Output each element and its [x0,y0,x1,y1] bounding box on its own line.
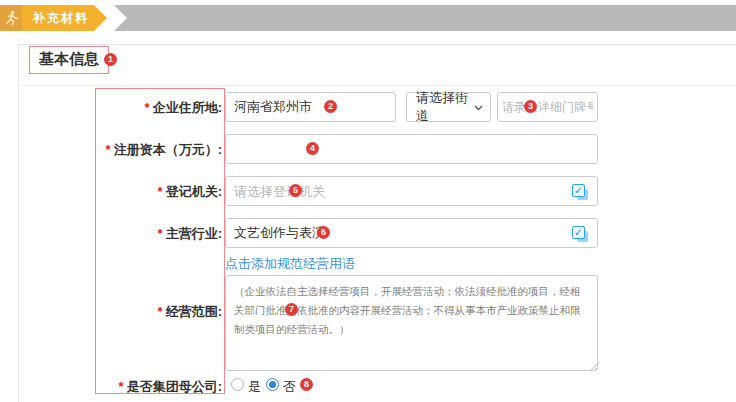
section-title-annotation-box: 基本信息 [29,46,109,74]
runner-icon [0,5,22,31]
panel-border-top [18,44,736,45]
scope-textarea[interactable]: （企业依法自主选择经营项目，开展经营活动；依法须经批准的项目，经相关部门批准后依… [225,275,598,371]
label-group-parent: *是否集团母公司: [40,378,222,396]
address-detail-input[interactable] [497,92,598,122]
required-asterisk: * [106,142,111,157]
annotation-badge-4: 4 [306,142,319,155]
page: 补充材料 基本信息 1 *企业住所地: 2 请选择街道 3 *注册资本（万元）:… [0,0,736,402]
authority-picker-checkbox-icon[interactable]: ✓ [572,184,589,201]
label-capital: *注册资本（万元）: [40,141,222,159]
authority-input[interactable] [225,176,598,206]
street-select[interactable]: 请选择街道 [406,92,491,122]
annotation-badge-3: 3 [524,100,537,113]
chevron-down-icon [474,105,483,111]
radio-no[interactable] [266,378,279,391]
annotation-badge-8: 8 [300,378,313,391]
capital-input[interactable] [225,134,598,164]
radio-no-label[interactable]: 否 [283,378,296,396]
street-select-value: 请选择街道 [416,89,468,125]
industry-input[interactable] [225,218,598,248]
label-address: *企业住所地: [40,99,222,117]
annotation-badge-7: 7 [285,303,298,316]
radio-yes-label[interactable]: 是 [248,378,261,396]
breadcrumb-bar [114,5,736,31]
breadcrumb-step-current[interactable]: 补充材料 [0,5,107,31]
required-asterisk: * [119,379,124,394]
add-standard-scope-terms-link[interactable]: 点击添加规范经营用语 [225,255,355,273]
annotation-badge-2: 2 [324,100,337,113]
breadcrumb-step-label: 补充材料 [33,5,89,31]
panel-header-divider [19,85,736,86]
annotation-badge-5: 5 [289,184,302,197]
annotation-badge-1: 1 [104,53,117,66]
industry-picker-checkbox-icon[interactable]: ✓ [572,226,589,243]
label-industry: *主营行业: [40,225,222,243]
address-city-input[interactable] [225,92,396,122]
required-asterisk: * [145,100,150,115]
label-authority: *登记机关: [40,183,222,201]
panel-border-left [18,44,19,402]
label-scope: *经营范围: [40,303,222,321]
required-asterisk: * [158,304,163,319]
section-title: 基本信息 [39,50,99,67]
annotation-badge-6: 6 [317,226,330,239]
radio-yes[interactable] [231,378,244,391]
required-asterisk: * [158,184,163,199]
required-asterisk: * [158,226,163,241]
